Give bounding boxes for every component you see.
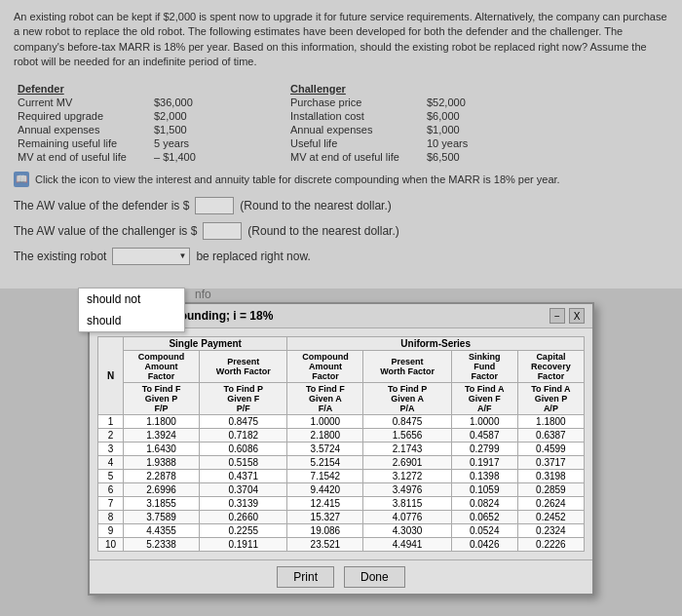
af-cell: 0.2799	[451, 443, 517, 456]
n-cell: 1	[98, 415, 124, 429]
pf-cell: 0.2660	[200, 511, 287, 524]
print-button[interactable]: Print	[277, 566, 334, 588]
compound-amount-us-header: CompoundAmountFactor	[287, 351, 363, 383]
table-row: 10 5.2338 0.1911 23.521 4.4941 0.0426 0.…	[98, 538, 585, 552]
n-col-header: N	[98, 337, 124, 415]
n-cell: 2	[98, 429, 124, 443]
ap-cell: 0.2624	[517, 497, 584, 511]
compound-amount-header: CompoundAmountFactor	[124, 351, 200, 383]
af-cell: 0.0524	[451, 524, 517, 538]
pf-cell: 0.6086	[200, 443, 287, 456]
fa-cell: 19.086	[287, 524, 363, 538]
af-cell: 0.4587	[451, 429, 517, 443]
pf-cell: 0.7182	[200, 429, 287, 443]
pf-header: To Find PGiven FP/F	[200, 383, 287, 415]
fa-cell: 7.1542	[287, 470, 363, 483]
n-cell: 4	[98, 456, 124, 470]
pa-header: To Find PGiven AP/A	[363, 383, 451, 415]
dropdown-option-should[interactable]: should	[79, 310, 184, 331]
af-cell: 0.0652	[451, 511, 517, 524]
done-button[interactable]: Done	[344, 566, 405, 588]
fp-cell: 3.7589	[124, 511, 200, 524]
fp-cell: 1.6430	[124, 443, 200, 456]
af-cell: 0.0426	[451, 538, 517, 552]
n-cell: 10	[98, 538, 124, 552]
ap-cell: 0.2226	[517, 538, 584, 552]
pf-cell: 0.3704	[200, 483, 287, 497]
capital-recovery-header: CapitalRecoveryFactor	[517, 351, 584, 383]
ap-cell: 0.6387	[517, 429, 584, 443]
fa-cell: 15.327	[287, 511, 363, 524]
fa-header: To Find FGiven AF/A	[287, 383, 363, 415]
fa-cell: 2.1800	[287, 429, 363, 443]
n-cell: 7	[98, 497, 124, 511]
table-row: 1 1.1800 0.8475 1.0000 0.8475 1.0000 1.1…	[98, 415, 585, 429]
ap-cell: 0.3198	[517, 470, 584, 483]
ap-header: To Find AGiven PA/P	[517, 383, 584, 415]
fp-cell: 1.1800	[124, 415, 200, 429]
af-cell: 0.1398	[451, 470, 517, 483]
table-row: 3 1.6430 0.6086 3.5724 2.1743 0.2799 0.4…	[98, 443, 585, 456]
af-header: To Find AGiven FA/F	[451, 383, 517, 415]
pa-cell: 3.4976	[363, 483, 451, 497]
pa-cell: 4.4941	[363, 538, 451, 552]
pa-cell: 3.8115	[363, 497, 451, 511]
pf-cell: 0.5158	[200, 456, 287, 470]
present-worth-header: PresentWorth Factor	[200, 351, 287, 383]
fa-cell: 1.0000	[287, 415, 363, 429]
table-row: 6 2.6996 0.3704 9.4420 3.4976 0.1059 0.2…	[98, 483, 585, 497]
n-cell: 8	[98, 511, 124, 524]
modal-close-button[interactable]: X	[569, 308, 585, 324]
fp-cell: 1.3924	[124, 429, 200, 443]
pf-cell: 0.2255	[200, 524, 287, 538]
fp-cell: 2.6996	[124, 483, 200, 497]
n-cell: 6	[98, 483, 124, 497]
present-worth-us-header: PresentWorth Factor	[363, 351, 451, 383]
fp-cell: 3.1855	[124, 497, 200, 511]
ap-cell: 0.4599	[517, 443, 584, 456]
fp-header: To Find FGiven PF/P	[124, 383, 200, 415]
fa-cell: 9.4420	[287, 483, 363, 497]
ap-cell: 0.2859	[517, 483, 584, 497]
fp-cell: 1.9388	[124, 456, 200, 470]
table-row: 2 1.3924 0.7182 2.1800 1.5656 0.4587 0.6…	[98, 429, 585, 443]
table-row: 8 3.7589 0.2660 15.327 4.0776 0.0652 0.2…	[98, 511, 585, 524]
modal-minimize-button[interactable]: −	[549, 308, 565, 324]
ap-cell: 0.2324	[517, 524, 584, 538]
dropdown-option-should-not[interactable]: should not	[79, 289, 184, 310]
pa-cell: 4.3030	[363, 524, 451, 538]
n-cell: 3	[98, 443, 124, 456]
table-row: 4 1.9388 0.5158 5.2154 2.6901 0.1917 0.3…	[98, 456, 585, 470]
modal-window: Discrete Compounding; i = 18% − X N Sing…	[88, 302, 594, 596]
pf-cell: 0.1911	[200, 538, 287, 552]
fp-cell: 5.2338	[124, 538, 200, 552]
table-row: 9 4.4355 0.2255 19.086 4.3030 0.0524 0.2…	[98, 524, 585, 538]
ap-cell: 0.2452	[517, 511, 584, 524]
ap-cell: 0.3717	[517, 456, 584, 470]
pf-cell: 0.3139	[200, 497, 287, 511]
fp-cell: 4.4355	[124, 524, 200, 538]
modal-body: N Single Payment Uniform-Series Compound…	[90, 328, 592, 559]
fa-cell: 5.2154	[287, 456, 363, 470]
pa-cell: 4.0776	[363, 511, 451, 524]
compound-table: N Single Payment Uniform-Series Compound…	[97, 336, 585, 552]
sinking-fund-header: SinkingFundFactor	[451, 351, 517, 383]
pa-cell: 2.1743	[363, 443, 451, 456]
uniform-series-header: Uniform-Series	[287, 337, 585, 351]
af-cell: 1.0000	[451, 415, 517, 429]
compound-table-body: 1 1.1800 0.8475 1.0000 0.8475 1.0000 1.1…	[98, 415, 585, 552]
pf-cell: 0.4371	[200, 470, 287, 483]
modal-footer: Print Done	[90, 559, 592, 594]
af-cell: 0.1917	[451, 456, 517, 470]
table-row: 5 2.2878 0.4371 7.1542 3.1272 0.1398 0.3…	[98, 470, 585, 483]
af-cell: 0.0824	[451, 497, 517, 511]
single-payment-header: Single Payment	[124, 337, 287, 351]
fa-cell: 12.415	[287, 497, 363, 511]
af-cell: 0.1059	[451, 483, 517, 497]
pf-cell: 0.8475	[200, 415, 287, 429]
fa-cell: 3.5724	[287, 443, 363, 456]
pa-cell: 2.6901	[363, 456, 451, 470]
fp-cell: 2.2878	[124, 470, 200, 483]
ap-cell: 1.1800	[517, 415, 584, 429]
dropdown-popup: should not should	[78, 288, 185, 332]
